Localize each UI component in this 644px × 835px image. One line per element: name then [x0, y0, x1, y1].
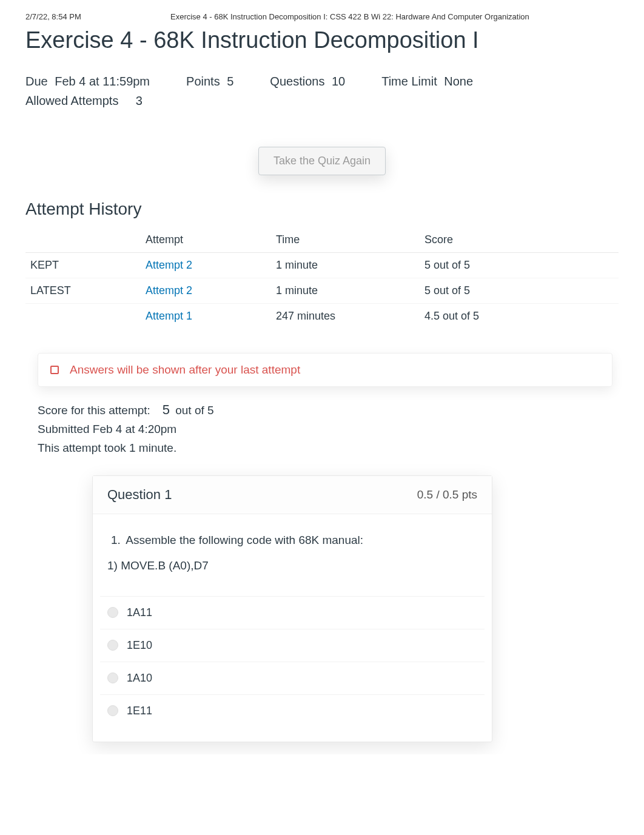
attempt-link[interactable]: Attempt 2 [146, 259, 192, 271]
points-value: 5 [227, 75, 233, 88]
answer-text: 1E10 [127, 639, 152, 652]
answer-option[interactable]: 1E11 [100, 694, 485, 727]
prompt-text: Assemble the following code with 68K man… [126, 534, 363, 546]
answer-list: 1A11 1E10 1A10 1E11 [93, 596, 492, 742]
points-label: Points [186, 75, 220, 88]
points-item: Points 5 [186, 72, 233, 91]
attempt-history-table: Attempt Time Score KEPT Attempt 2 1 minu… [25, 227, 619, 329]
submitted-text: Submitted Feb 4 at 4:20pm [38, 420, 619, 438]
table-row: KEPT Attempt 2 1 minute 5 out of 5 [25, 253, 619, 278]
questions-label: Questions [270, 75, 324, 88]
row-time: 1 minute [271, 253, 420, 278]
radio-icon [107, 607, 118, 618]
row-time: 247 minutes [271, 304, 420, 329]
score-summary: Score for this attempt: 5 out of 5 Submi… [38, 399, 619, 457]
radio-icon [107, 705, 118, 716]
answer-option[interactable]: 1A10 [100, 662, 485, 694]
quiz-meta: Due Feb 4 at 11:59pm Points 5 Questions … [25, 65, 619, 116]
prompt-number: 1. [111, 531, 123, 549]
attempt-history-title: Attempt History [25, 200, 619, 219]
attempt-link[interactable]: Attempt 2 [146, 284, 192, 297]
row-score: 5 out of 5 [420, 253, 619, 278]
row-time: 1 minute [271, 278, 420, 304]
answer-text: 1A10 [127, 672, 152, 685]
col-time: Time [271, 227, 420, 253]
row-tag [25, 304, 141, 329]
col-blank [25, 227, 141, 253]
time-limit-label: Time Limit [381, 75, 437, 88]
table-row: Attempt 1 247 minutes 4.5 out of 5 [25, 304, 619, 329]
question-subtext: 1) MOVE.B (A0),D7 [107, 557, 477, 575]
answer-text: 1E11 [127, 705, 152, 717]
page-title: Exercise 4 - 68K Instruction Decompositi… [25, 27, 619, 53]
questions-value: 10 [332, 75, 345, 88]
notice-box: Answers will be shown after your last at… [38, 353, 612, 387]
due-label: Due [25, 75, 48, 88]
take-quiz-again-button[interactable]: Take the Quiz Again [258, 147, 386, 175]
answer-text: 1A11 [127, 606, 152, 619]
question-points: 0.5 / 0.5 pts [417, 488, 477, 501]
attempt-link[interactable]: Attempt 1 [146, 310, 192, 322]
col-attempt: Attempt [141, 227, 271, 253]
question-header: Question 1 0.5 / 0.5 pts [93, 476, 492, 514]
notice-text: Answers will be shown after your last at… [70, 363, 300, 377]
question-body: 1. Assemble the following code with 68K … [93, 514, 492, 596]
time-limit-item: Time Limit None [381, 72, 473, 91]
question-card: Question 1 0.5 / 0.5 pts 1. Assemble the… [92, 475, 492, 742]
answer-option[interactable]: 1A11 [100, 596, 485, 629]
print-header: 2/7/22, 8:54 PM Exercise 4 - 68K Instruc… [25, 12, 619, 21]
questions-item: Questions 10 [270, 72, 345, 91]
allowed-attempts-item: Allowed Attempts 3 [25, 94, 143, 107]
row-tag: LATEST [25, 278, 141, 304]
score-prefix: Score for this attempt: [38, 404, 150, 417]
score-value: 5 [160, 402, 172, 417]
print-doc-title: Exercise 4 - 68K Instruction Decompositi… [81, 12, 619, 21]
due-item: Due Feb 4 at 11:59pm [25, 72, 150, 91]
radio-icon [107, 640, 118, 651]
row-score: 4.5 out of 5 [420, 304, 619, 329]
info-icon [50, 366, 59, 374]
row-score: 5 out of 5 [420, 278, 619, 304]
answer-option[interactable]: 1E10 [100, 629, 485, 662]
radio-icon [107, 672, 118, 683]
score-suffix: out of 5 [175, 404, 213, 417]
table-row: LATEST Attempt 2 1 minute 5 out of 5 [25, 278, 619, 304]
col-score: Score [420, 227, 619, 253]
print-timestamp: 2/7/22, 8:54 PM [25, 12, 81, 21]
question-title: Question 1 [107, 487, 172, 503]
allowed-attempts-label: Allowed Attempts [25, 94, 118, 107]
time-limit-value: None [444, 75, 473, 88]
duration-text: This attempt took 1 minute. [38, 439, 619, 457]
allowed-attempts-value: 3 [136, 94, 143, 107]
due-value: Feb 4 at 11:59pm [55, 75, 150, 88]
row-tag: KEPT [25, 253, 141, 278]
